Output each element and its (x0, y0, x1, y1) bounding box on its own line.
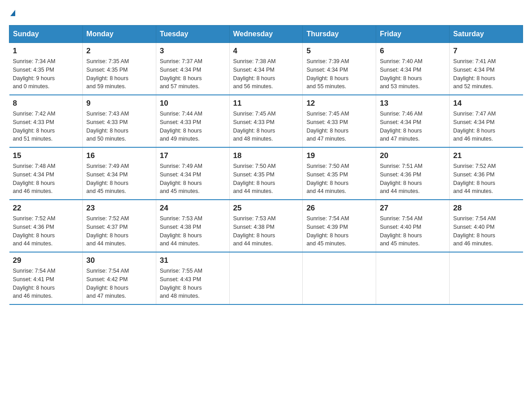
day-info: Sunrise: 7:54 AMSunset: 4:40 PMDaylight:… (453, 214, 519, 248)
day-cell: 14 Sunrise: 7:47 AMSunset: 4:34 PMDaylig… (450, 95, 523, 147)
day-cell: 19 Sunrise: 7:50 AMSunset: 4:35 PMDaylig… (303, 147, 376, 200)
day-cell: 12 Sunrise: 7:45 AMSunset: 4:33 PMDaylig… (303, 95, 376, 147)
day-number: 15 (13, 151, 79, 160)
day-cell: 3 Sunrise: 7:37 AMSunset: 4:34 PMDayligh… (156, 43, 229, 95)
day-cell: 23 Sunrise: 7:52 AMSunset: 4:37 PMDaylig… (82, 200, 156, 252)
day-number: 24 (160, 204, 226, 213)
day-info: Sunrise: 7:40 AMSunset: 4:34 PMDaylight:… (380, 57, 446, 91)
day-info: Sunrise: 7:44 AMSunset: 4:33 PMDaylight:… (160, 110, 226, 143)
day-number: 23 (86, 204, 152, 213)
day-cell: 7 Sunrise: 7:41 AMSunset: 4:34 PMDayligh… (450, 43, 523, 95)
day-info: Sunrise: 7:49 AMSunset: 4:34 PMDaylight:… (86, 162, 152, 196)
day-number: 19 (306, 151, 372, 160)
header-cell-saturday: Saturday (450, 26, 523, 43)
day-cell: 1 Sunrise: 7:34 AMSunset: 4:35 PMDayligh… (9, 43, 83, 95)
day-number: 8 (13, 99, 79, 108)
day-info: Sunrise: 7:39 AMSunset: 4:34 PMDaylight:… (306, 57, 372, 91)
day-info: Sunrise: 7:53 AMSunset: 4:38 PMDaylight:… (233, 214, 299, 248)
day-number: 28 (453, 204, 519, 213)
day-cell: 18 Sunrise: 7:50 AMSunset: 4:35 PMDaylig… (229, 147, 303, 200)
day-info: Sunrise: 7:52 AMSunset: 4:36 PMDaylight:… (453, 162, 519, 196)
day-cell (376, 252, 450, 304)
week-row-5: 29 Sunrise: 7:54 AMSunset: 4:41 PMDaylig… (9, 252, 523, 304)
day-info: Sunrise: 7:52 AMSunset: 4:37 PMDaylight:… (86, 214, 152, 248)
day-info: Sunrise: 7:50 AMSunset: 4:35 PMDaylight:… (306, 162, 372, 196)
day-number: 3 (160, 47, 226, 56)
day-cell: 27 Sunrise: 7:54 AMSunset: 4:40 PMDaylig… (376, 200, 450, 252)
day-cell: 29 Sunrise: 7:54 AMSunset: 4:41 PMDaylig… (9, 252, 83, 304)
day-info: Sunrise: 7:45 AMSunset: 4:33 PMDaylight:… (233, 110, 299, 143)
day-info: Sunrise: 7:37 AMSunset: 4:34 PMDaylight:… (160, 57, 226, 91)
day-info: Sunrise: 7:54 AMSunset: 4:39 PMDaylight:… (306, 214, 372, 248)
day-number: 10 (160, 99, 226, 108)
header-cell-monday: Monday (82, 26, 156, 43)
day-info: Sunrise: 7:42 AMSunset: 4:33 PMDaylight:… (13, 110, 79, 143)
day-cell: 28 Sunrise: 7:54 AMSunset: 4:40 PMDaylig… (450, 200, 523, 252)
day-info: Sunrise: 7:54 AMSunset: 4:41 PMDaylight:… (13, 267, 79, 300)
day-number: 13 (380, 99, 446, 108)
day-number: 9 (86, 99, 152, 108)
day-cell: 16 Sunrise: 7:49 AMSunset: 4:34 PMDaylig… (82, 147, 156, 200)
day-number: 11 (233, 99, 299, 108)
day-cell: 13 Sunrise: 7:46 AMSunset: 4:34 PMDaylig… (376, 95, 450, 147)
day-number: 22 (13, 204, 79, 213)
day-number: 25 (233, 204, 299, 213)
day-info: Sunrise: 7:50 AMSunset: 4:35 PMDaylight:… (233, 162, 299, 196)
day-info: Sunrise: 7:55 AMSunset: 4:43 PMDaylight:… (160, 267, 226, 300)
week-row-2: 8 Sunrise: 7:42 AMSunset: 4:33 PMDayligh… (9, 95, 523, 147)
day-cell: 11 Sunrise: 7:45 AMSunset: 4:33 PMDaylig… (229, 95, 303, 147)
day-number: 30 (86, 256, 152, 265)
page-header (9, 9, 523, 16)
day-info: Sunrise: 7:52 AMSunset: 4:36 PMDaylight:… (13, 214, 79, 248)
day-info: Sunrise: 7:49 AMSunset: 4:34 PMDaylight:… (160, 162, 226, 196)
day-number: 26 (306, 204, 372, 213)
day-info: Sunrise: 7:54 AMSunset: 4:40 PMDaylight:… (380, 214, 446, 248)
day-cell: 30 Sunrise: 7:54 AMSunset: 4:42 PMDaylig… (82, 252, 156, 304)
day-info: Sunrise: 7:41 AMSunset: 4:34 PMDaylight:… (453, 57, 519, 91)
day-cell: 10 Sunrise: 7:44 AMSunset: 4:33 PMDaylig… (156, 95, 229, 147)
day-number: 31 (160, 256, 226, 265)
day-cell: 2 Sunrise: 7:35 AMSunset: 4:35 PMDayligh… (82, 43, 156, 95)
day-number: 12 (306, 99, 372, 108)
day-cell (303, 252, 376, 304)
day-info: Sunrise: 7:51 AMSunset: 4:36 PMDaylight:… (380, 162, 446, 196)
day-info: Sunrise: 7:48 AMSunset: 4:34 PMDaylight:… (13, 162, 79, 196)
day-cell: 26 Sunrise: 7:54 AMSunset: 4:39 PMDaylig… (303, 200, 376, 252)
day-info: Sunrise: 7:54 AMSunset: 4:42 PMDaylight:… (86, 267, 152, 300)
day-cell (450, 252, 523, 304)
day-cell: 20 Sunrise: 7:51 AMSunset: 4:36 PMDaylig… (376, 147, 450, 200)
day-cell: 21 Sunrise: 7:52 AMSunset: 4:36 PMDaylig… (450, 147, 523, 200)
day-number: 21 (453, 151, 519, 160)
header-cell-sunday: Sunday (9, 26, 83, 43)
day-cell: 24 Sunrise: 7:53 AMSunset: 4:38 PMDaylig… (156, 200, 229, 252)
day-number: 18 (233, 151, 299, 160)
header-cell-thursday: Thursday (303, 26, 376, 43)
day-cell: 8 Sunrise: 7:42 AMSunset: 4:33 PMDayligh… (9, 95, 83, 147)
day-info: Sunrise: 7:47 AMSunset: 4:34 PMDaylight:… (453, 110, 519, 143)
day-number: 4 (233, 47, 299, 56)
day-cell: 15 Sunrise: 7:48 AMSunset: 4:34 PMDaylig… (9, 147, 83, 200)
day-info: Sunrise: 7:35 AMSunset: 4:35 PMDaylight:… (86, 57, 152, 91)
day-number: 20 (380, 151, 446, 160)
day-number: 29 (13, 256, 79, 265)
day-info: Sunrise: 7:38 AMSunset: 4:34 PMDaylight:… (233, 57, 299, 91)
week-row-4: 22 Sunrise: 7:52 AMSunset: 4:36 PMDaylig… (9, 200, 523, 252)
day-number: 5 (306, 47, 372, 56)
day-cell: 25 Sunrise: 7:53 AMSunset: 4:38 PMDaylig… (229, 200, 303, 252)
week-row-3: 15 Sunrise: 7:48 AMSunset: 4:34 PMDaylig… (9, 147, 523, 200)
day-number: 2 (86, 47, 152, 56)
day-number: 27 (380, 204, 446, 213)
day-info: Sunrise: 7:45 AMSunset: 4:33 PMDaylight:… (306, 110, 372, 143)
day-number: 16 (86, 151, 152, 160)
day-cell: 5 Sunrise: 7:39 AMSunset: 4:34 PMDayligh… (303, 43, 376, 95)
calendar-table: SundayMondayTuesdayWednesdayThursdayFrid… (9, 25, 523, 305)
day-number: 14 (453, 99, 519, 108)
header-row: SundayMondayTuesdayWednesdayThursdayFrid… (9, 26, 523, 43)
day-cell: 17 Sunrise: 7:49 AMSunset: 4:34 PMDaylig… (156, 147, 229, 200)
logo (9, 9, 15, 16)
day-info: Sunrise: 7:34 AMSunset: 4:35 PMDaylight:… (13, 57, 79, 91)
day-cell: 22 Sunrise: 7:52 AMSunset: 4:36 PMDaylig… (9, 200, 83, 252)
header-cell-friday: Friday (376, 26, 450, 43)
day-info: Sunrise: 7:43 AMSunset: 4:33 PMDaylight:… (86, 110, 152, 143)
day-cell: 31 Sunrise: 7:55 AMSunset: 4:43 PMDaylig… (156, 252, 229, 304)
